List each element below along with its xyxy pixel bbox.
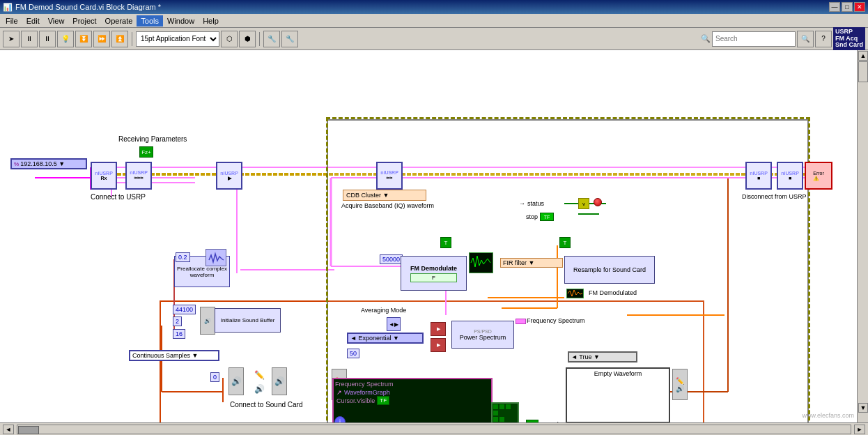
sound-out-block-2: 🔊 bbox=[272, 367, 287, 395]
search-input[interactable] bbox=[712, 31, 796, 47]
value-16-const: 16 bbox=[173, 329, 185, 339]
ip-value[interactable]: 192.168.10.5 ▼ bbox=[20, 160, 65, 167]
ip-address-control[interactable]: % 192.168.10.5 ▼ bbox=[10, 158, 87, 169]
usrp-badge: USRP FM Acq Snd Card bbox=[833, 27, 865, 51]
power-spectrum-block: PS/PSD Power Spectrum bbox=[451, 321, 514, 349]
led-indicator bbox=[594, 198, 602, 206]
info-const: i bbox=[334, 416, 346, 422]
menu-file[interactable]: File bbox=[1, 15, 22, 26]
step-out-button[interactable]: ⏫ bbox=[111, 31, 128, 47]
maximize-button[interactable]: □ bbox=[842, 2, 853, 12]
avg-block-2: ▶ bbox=[431, 338, 446, 352]
stop-button[interactable]: ⏸ bbox=[21, 31, 38, 47]
scroll-left-button[interactable]: ◄ bbox=[3, 425, 14, 434]
value-2-const: 2 bbox=[173, 316, 182, 326]
value-50000-const: 50000 bbox=[380, 254, 403, 264]
init-sound-buffer-block: Initialize Sound Buffer bbox=[215, 308, 281, 333]
font-select[interactable]: 15pt Application Font bbox=[136, 31, 219, 47]
value-50-const: 50 bbox=[347, 349, 359, 358]
error-block: Error⚠️ bbox=[805, 162, 832, 190]
usrp-close-2: niUSRP ■ bbox=[777, 162, 803, 190]
search-label: 🔍 bbox=[701, 34, 711, 43]
true-dropdown[interactable]: ◄ True ▼ bbox=[568, 351, 637, 362]
fm-demodulated-label: FM Demodulated bbox=[589, 289, 637, 296]
menu-help[interactable]: Help bbox=[199, 15, 223, 26]
toolbar: ➤ ⏸ ⏸ 💡 ⏬ ⏩ ⏫ 15pt Application Font ⬡ ⬢ … bbox=[0, 28, 868, 50]
usrp-close-1: niUSRP ■ bbox=[745, 162, 772, 190]
stop-control: stop TF bbox=[526, 213, 554, 221]
edit-icon-1: ✏️ bbox=[253, 369, 265, 381]
search-button[interactable]: 🔍 bbox=[797, 31, 814, 47]
title-bar-left: 📊 FM Demod Sound Card.vi Block Diagram * bbox=[3, 3, 161, 12]
avg-block-1: ▶ bbox=[431, 322, 446, 336]
menu-window[interactable]: Window bbox=[163, 15, 199, 26]
averaging-mode-label: Averaging Mode bbox=[361, 307, 406, 314]
menu-bar: File Edit View Project Operate Tools Win… bbox=[0, 14, 868, 28]
block-diagram-canvas[interactable]: % 192.168.10.5 ▼ Receiving Parameters Fz… bbox=[0, 50, 868, 422]
freq-spectrum-graph: Frequency Spectrum ↗ WaveformGraph Curso… bbox=[332, 378, 493, 422]
freq-spectrum-wire bbox=[516, 319, 526, 324]
freq-spectrum-label: Frequency Spectrum bbox=[527, 317, 585, 324]
usrp-init-block: niUSRP Rx bbox=[91, 162, 117, 190]
matrix-display bbox=[491, 402, 519, 422]
fir-filter-label: FIR filter ▼ bbox=[503, 259, 534, 266]
title-icon: 📊 bbox=[3, 3, 13, 12]
exponential-label: ◄ Exponential ▼ bbox=[350, 335, 399, 342]
averaging-block: ◄▶ bbox=[387, 317, 401, 331]
toolbar-separator-2 bbox=[259, 32, 260, 46]
value-44100-const: 44100 bbox=[173, 305, 196, 314]
fir-filter-dropdown[interactable]: FIR filter ▼ bbox=[500, 258, 563, 268]
status-bar: ◄ ► bbox=[0, 422, 868, 435]
run-arrow-button[interactable]: ➤ bbox=[3, 31, 20, 47]
disconnect-usrp-label: Disconnect from USRP bbox=[742, 193, 807, 200]
acquire-baseband-label: Acquire Baseband (IQ) waveform bbox=[341, 202, 434, 209]
pencil-icon-2: ✏️🔊 bbox=[672, 369, 688, 400]
menu-view[interactable]: View bbox=[44, 15, 69, 26]
receiving-params-label: Receiving Parameters bbox=[118, 135, 187, 143]
menu-tools[interactable]: Tools bbox=[137, 15, 163, 26]
title-bar-buttons: — □ ✕ bbox=[829, 2, 865, 12]
waveform-icon bbox=[206, 249, 226, 266]
title-bar: 📊 FM Demod Sound Card.vi Block Diagram *… bbox=[0, 0, 868, 14]
help-button[interactable]: ? bbox=[815, 31, 832, 47]
menu-operate[interactable]: Operate bbox=[101, 15, 137, 26]
recv-params-indicator: Fz+ bbox=[139, 146, 153, 158]
menu-edit[interactable]: Edit bbox=[22, 15, 44, 26]
close-button[interactable]: ✕ bbox=[854, 2, 865, 12]
watermark: www.elecfans.com bbox=[802, 412, 854, 419]
empty-waveform-block: Empty Waveform bbox=[566, 367, 670, 422]
cdb-cluster-dropdown[interactable]: CDB Cluster ▼ bbox=[343, 190, 426, 201]
align-button[interactable]: ⬡ bbox=[221, 31, 238, 47]
step-into-button[interactable]: ⏬ bbox=[75, 31, 92, 47]
menu-project[interactable]: Project bbox=[68, 15, 100, 26]
edit-icon-2: 🔊 bbox=[253, 383, 265, 395]
resample-block: Resample for Sound Card bbox=[564, 256, 655, 284]
ip-icon: % bbox=[14, 161, 19, 167]
fm-demod-waveform bbox=[566, 289, 584, 298]
green-t-2: T bbox=[559, 237, 571, 248]
vertical-scrollbar[interactable]: ▲ ▼ bbox=[857, 50, 868, 422]
usrp-acquire-block: niUSRP ▶ bbox=[216, 162, 242, 190]
continuous-samples-label: Continuous Samples ▼ bbox=[132, 352, 198, 359]
connect-usrp-label: Connect to USRP bbox=[91, 193, 146, 201]
sound-output-icon: 🔊 bbox=[200, 307, 215, 335]
continuous-samples-dropdown[interactable]: Continuous Samples ▼ bbox=[129, 350, 219, 361]
green-t-1: T bbox=[440, 237, 451, 248]
usrp-config-block: niUSRP ≈≈≈ bbox=[125, 162, 152, 190]
horizontal-scrollbar[interactable] bbox=[17, 425, 851, 434]
value-indicator-v: v bbox=[578, 198, 589, 209]
value-0-const: 0 bbox=[210, 372, 219, 382]
scroll-right-button[interactable]: ► bbox=[854, 425, 865, 434]
toolbar-separator-1 bbox=[132, 32, 132, 46]
context-help-button[interactable]: 🔧 bbox=[263, 31, 280, 47]
exponential-dropdown[interactable]: ◄ Exponential ▼ bbox=[347, 333, 424, 344]
step-over-button[interactable]: ⏩ bbox=[93, 31, 110, 47]
pause-button[interactable]: ⏸ bbox=[39, 31, 56, 47]
window-title: FM Demod Sound Card.vi Block Diagram * bbox=[15, 3, 161, 11]
distribute-button[interactable]: ⬢ bbox=[239, 31, 256, 47]
extra-button[interactable]: 🔧 bbox=[281, 31, 298, 47]
highlight-button[interactable]: 💡 bbox=[57, 31, 74, 47]
value-02-const: 0.2 bbox=[176, 252, 190, 262]
minimize-button[interactable]: — bbox=[829, 2, 840, 12]
status-label: → status bbox=[519, 200, 544, 207]
